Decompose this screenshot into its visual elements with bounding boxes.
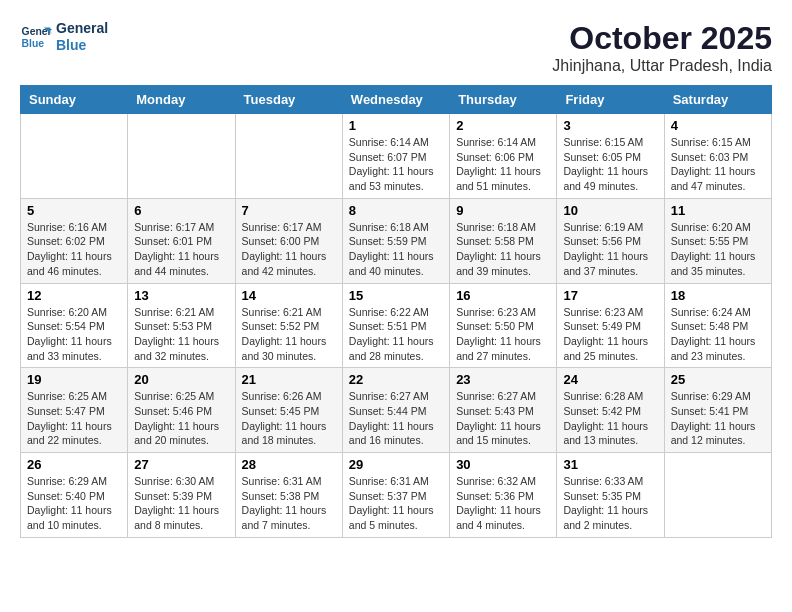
day-number: 27 <box>134 457 228 472</box>
day-info: Sunrise: 6:25 AM Sunset: 5:46 PM Dayligh… <box>134 389 228 448</box>
calendar-cell <box>128 114 235 199</box>
location-title: Jhinjhana, Uttar Pradesh, India <box>552 57 772 75</box>
day-info: Sunrise: 6:21 AM Sunset: 5:53 PM Dayligh… <box>134 305 228 364</box>
day-number: 7 <box>242 203 336 218</box>
day-number: 8 <box>349 203 443 218</box>
calendar-table: SundayMondayTuesdayWednesdayThursdayFrid… <box>20 85 772 538</box>
day-info: Sunrise: 6:30 AM Sunset: 5:39 PM Dayligh… <box>134 474 228 533</box>
day-number: 30 <box>456 457 550 472</box>
day-info: Sunrise: 6:15 AM Sunset: 6:03 PM Dayligh… <box>671 135 765 194</box>
calendar-cell: 23Sunrise: 6:27 AM Sunset: 5:43 PM Dayli… <box>450 368 557 453</box>
day-info: Sunrise: 6:22 AM Sunset: 5:51 PM Dayligh… <box>349 305 443 364</box>
calendar-header-row: SundayMondayTuesdayWednesdayThursdayFrid… <box>21 86 772 114</box>
day-number: 6 <box>134 203 228 218</box>
calendar-cell: 16Sunrise: 6:23 AM Sunset: 5:50 PM Dayli… <box>450 283 557 368</box>
calendar-cell: 14Sunrise: 6:21 AM Sunset: 5:52 PM Dayli… <box>235 283 342 368</box>
day-info: Sunrise: 6:17 AM Sunset: 6:01 PM Dayligh… <box>134 220 228 279</box>
day-number: 4 <box>671 118 765 133</box>
day-info: Sunrise: 6:15 AM Sunset: 6:05 PM Dayligh… <box>563 135 657 194</box>
day-number: 9 <box>456 203 550 218</box>
day-info: Sunrise: 6:14 AM Sunset: 6:06 PM Dayligh… <box>456 135 550 194</box>
day-number: 2 <box>456 118 550 133</box>
calendar-cell: 11Sunrise: 6:20 AM Sunset: 5:55 PM Dayli… <box>664 198 771 283</box>
header-thursday: Thursday <box>450 86 557 114</box>
day-info: Sunrise: 6:28 AM Sunset: 5:42 PM Dayligh… <box>563 389 657 448</box>
logo-blue: Blue <box>56 37 108 54</box>
day-info: Sunrise: 6:24 AM Sunset: 5:48 PM Dayligh… <box>671 305 765 364</box>
day-info: Sunrise: 6:25 AM Sunset: 5:47 PM Dayligh… <box>27 389 121 448</box>
day-number: 13 <box>134 288 228 303</box>
calendar-cell: 25Sunrise: 6:29 AM Sunset: 5:41 PM Dayli… <box>664 368 771 453</box>
day-number: 18 <box>671 288 765 303</box>
logo-general: General <box>56 20 108 37</box>
header-monday: Monday <box>128 86 235 114</box>
day-number: 11 <box>671 203 765 218</box>
day-number: 17 <box>563 288 657 303</box>
day-info: Sunrise: 6:23 AM Sunset: 5:49 PM Dayligh… <box>563 305 657 364</box>
day-number: 29 <box>349 457 443 472</box>
day-number: 31 <box>563 457 657 472</box>
day-info: Sunrise: 6:27 AM Sunset: 5:43 PM Dayligh… <box>456 389 550 448</box>
day-number: 1 <box>349 118 443 133</box>
day-info: Sunrise: 6:19 AM Sunset: 5:56 PM Dayligh… <box>563 220 657 279</box>
day-number: 24 <box>563 372 657 387</box>
day-info: Sunrise: 6:31 AM Sunset: 5:38 PM Dayligh… <box>242 474 336 533</box>
logo-icon: General Blue <box>20 21 52 53</box>
page-header: General Blue General Blue October 2025 J… <box>20 20 772 75</box>
day-info: Sunrise: 6:31 AM Sunset: 5:37 PM Dayligh… <box>349 474 443 533</box>
day-info: Sunrise: 6:27 AM Sunset: 5:44 PM Dayligh… <box>349 389 443 448</box>
calendar-cell: 21Sunrise: 6:26 AM Sunset: 5:45 PM Dayli… <box>235 368 342 453</box>
calendar-cell: 31Sunrise: 6:33 AM Sunset: 5:35 PM Dayli… <box>557 453 664 538</box>
title-area: October 2025 Jhinjhana, Uttar Pradesh, I… <box>552 20 772 75</box>
calendar-cell: 5Sunrise: 6:16 AM Sunset: 6:02 PM Daylig… <box>21 198 128 283</box>
calendar-cell: 7Sunrise: 6:17 AM Sunset: 6:00 PM Daylig… <box>235 198 342 283</box>
day-info: Sunrise: 6:23 AM Sunset: 5:50 PM Dayligh… <box>456 305 550 364</box>
calendar-cell: 22Sunrise: 6:27 AM Sunset: 5:44 PM Dayli… <box>342 368 449 453</box>
calendar-cell: 27Sunrise: 6:30 AM Sunset: 5:39 PM Dayli… <box>128 453 235 538</box>
day-info: Sunrise: 6:16 AM Sunset: 6:02 PM Dayligh… <box>27 220 121 279</box>
day-info: Sunrise: 6:20 AM Sunset: 5:54 PM Dayligh… <box>27 305 121 364</box>
calendar-cell: 15Sunrise: 6:22 AM Sunset: 5:51 PM Dayli… <box>342 283 449 368</box>
calendar-cell: 17Sunrise: 6:23 AM Sunset: 5:49 PM Dayli… <box>557 283 664 368</box>
svg-text:Blue: Blue <box>22 37 45 48</box>
day-number: 19 <box>27 372 121 387</box>
calendar-cell: 28Sunrise: 6:31 AM Sunset: 5:38 PM Dayli… <box>235 453 342 538</box>
day-info: Sunrise: 6:32 AM Sunset: 5:36 PM Dayligh… <box>456 474 550 533</box>
calendar-cell <box>21 114 128 199</box>
day-info: Sunrise: 6:18 AM Sunset: 5:59 PM Dayligh… <box>349 220 443 279</box>
calendar-cell: 6Sunrise: 6:17 AM Sunset: 6:01 PM Daylig… <box>128 198 235 283</box>
month-title: October 2025 <box>552 20 772 57</box>
calendar-week-row: 19Sunrise: 6:25 AM Sunset: 5:47 PM Dayli… <box>21 368 772 453</box>
calendar-cell: 30Sunrise: 6:32 AM Sunset: 5:36 PM Dayli… <box>450 453 557 538</box>
day-info: Sunrise: 6:29 AM Sunset: 5:40 PM Dayligh… <box>27 474 121 533</box>
calendar-cell: 2Sunrise: 6:14 AM Sunset: 6:06 PM Daylig… <box>450 114 557 199</box>
day-number: 12 <box>27 288 121 303</box>
day-number: 28 <box>242 457 336 472</box>
day-number: 15 <box>349 288 443 303</box>
calendar-cell: 3Sunrise: 6:15 AM Sunset: 6:05 PM Daylig… <box>557 114 664 199</box>
day-number: 20 <box>134 372 228 387</box>
day-number: 10 <box>563 203 657 218</box>
day-info: Sunrise: 6:14 AM Sunset: 6:07 PM Dayligh… <box>349 135 443 194</box>
day-number: 23 <box>456 372 550 387</box>
header-saturday: Saturday <box>664 86 771 114</box>
day-number: 26 <box>27 457 121 472</box>
day-info: Sunrise: 6:20 AM Sunset: 5:55 PM Dayligh… <box>671 220 765 279</box>
calendar-week-row: 26Sunrise: 6:29 AM Sunset: 5:40 PM Dayli… <box>21 453 772 538</box>
day-info: Sunrise: 6:33 AM Sunset: 5:35 PM Dayligh… <box>563 474 657 533</box>
day-number: 14 <box>242 288 336 303</box>
header-wednesday: Wednesday <box>342 86 449 114</box>
day-number: 25 <box>671 372 765 387</box>
day-number: 22 <box>349 372 443 387</box>
day-number: 21 <box>242 372 336 387</box>
calendar-cell: 26Sunrise: 6:29 AM Sunset: 5:40 PM Dayli… <box>21 453 128 538</box>
day-info: Sunrise: 6:29 AM Sunset: 5:41 PM Dayligh… <box>671 389 765 448</box>
calendar-cell: 24Sunrise: 6:28 AM Sunset: 5:42 PM Dayli… <box>557 368 664 453</box>
calendar-cell: 12Sunrise: 6:20 AM Sunset: 5:54 PM Dayli… <box>21 283 128 368</box>
calendar-cell: 10Sunrise: 6:19 AM Sunset: 5:56 PM Dayli… <box>557 198 664 283</box>
header-friday: Friday <box>557 86 664 114</box>
header-sunday: Sunday <box>21 86 128 114</box>
day-number: 5 <box>27 203 121 218</box>
calendar-cell: 13Sunrise: 6:21 AM Sunset: 5:53 PM Dayli… <box>128 283 235 368</box>
calendar-cell: 8Sunrise: 6:18 AM Sunset: 5:59 PM Daylig… <box>342 198 449 283</box>
